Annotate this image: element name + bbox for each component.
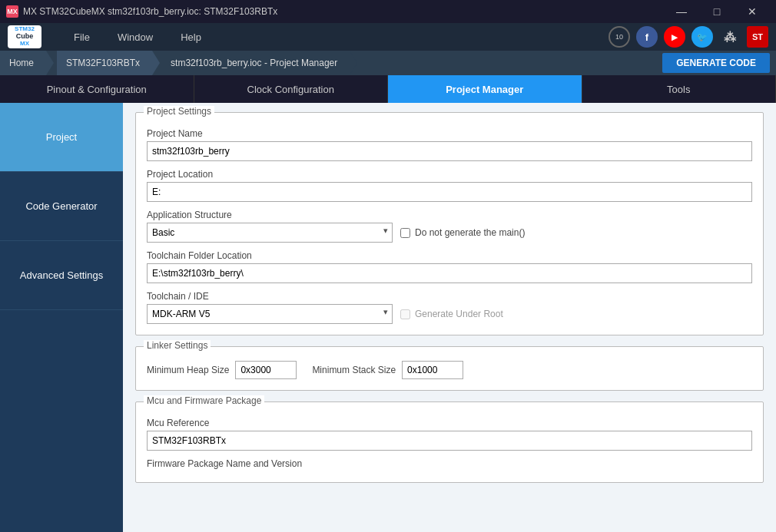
project-settings-section: Project Settings Project Name Project Lo… [135,112,764,335]
toolchain-folder-label: Toolchain Folder Location [147,250,752,261]
sidebar-item-advanced-settings[interactable]: Advanced Settings [0,241,123,310]
youtube-icon[interactable]: ▶ [664,26,685,48]
stack-size-field: Minimum Stack Size [312,361,463,379]
mcu-firmware-section: Mcu and Firmware Package Mcu Reference F… [135,401,764,483]
do-not-generate-label: Do not generate the main() [415,227,525,238]
app-structure-label: Application Structure [147,210,752,220]
tab-pinout[interactable]: Pinout & Configuration [0,75,194,103]
generate-under-root-row: Generate Under Root [400,309,503,319]
stack-size-label: Minimum Stack Size [312,365,396,375]
window-title: MX STM32CubeMX stm32f103rb_berry.ioc: ST… [23,6,664,17]
do-not-generate-checkbox[interactable] [400,228,410,238]
main-layout: Project Code Generator Advanced Settings… [0,103,776,532]
app-logo: STM32 Cube MX [8,25,46,48]
window-controls: — □ ✕ [664,0,770,23]
network-icon[interactable]: ⁂ [719,26,741,48]
menu-window[interactable]: Window [105,28,165,46]
project-name-input[interactable] [147,141,752,161]
menu-help[interactable]: Help [168,28,214,46]
tab-tools[interactable]: Tools [582,75,777,103]
generate-under-root-label: Generate Under Root [415,309,503,319]
title-bar: MX MX STM32CubeMX stm32f103rb_berry.ioc:… [0,0,776,23]
breadcrumb-project[interactable]: stm32f103rb_berry.ioc - Project Manager [161,51,350,75]
toolchain-label: Toolchain / IDE [147,291,752,302]
heap-size-label: Minimum Heap Size [147,365,229,375]
mcu-ref-label: Mcu Reference [147,418,752,428]
do-not-generate-row: Do not generate the main() [400,227,525,238]
twitter-icon[interactable]: 🐦 [691,26,713,48]
linker-settings-row: Minimum Heap Size Minimum Stack Size [147,361,752,379]
st-logo-icon[interactable]: ST [747,26,768,48]
toolchain-row: MDK-ARM V5 STM32CubeIDE Makefile EWARM G… [147,304,752,324]
stack-size-input[interactable] [402,361,463,379]
breadcrumb-bar: Home STM32F103RBTx stm32f103rb_berry.ioc… [0,51,776,75]
facebook-icon[interactable]: f [636,26,658,48]
menu-bar: STM32 Cube MX File Window Help 10 f ▶ 🐦 … [0,23,776,51]
generate-under-root-checkbox[interactable] [400,309,410,319]
mcu-ref-input[interactable] [147,431,752,451]
breadcrumb-home[interactable]: Home [0,51,46,75]
project-settings-title: Project Settings [144,106,214,117]
close-button[interactable]: ✕ [735,0,770,23]
app-icon: MX [6,5,18,18]
linker-settings-section: Linker Settings Minimum Heap Size Minimu… [135,346,764,391]
app-structure-select[interactable]: Basic Advanced [147,223,393,243]
firmware-package-label: Firmware Package Name and Version [147,458,752,469]
minimize-button[interactable]: — [664,0,699,23]
version-icon: 10 [609,26,630,48]
social-icons: 10 f ▶ 🐦 ⁂ ST [609,26,768,48]
project-location-input[interactable] [147,182,752,202]
generate-code-button[interactable]: GENERATE CODE [662,53,770,73]
mcu-firmware-title: Mcu and Firmware Package [144,395,264,406]
breadcrumb-board[interactable]: STM32F103RBTx [57,51,152,75]
maximize-button[interactable]: □ [699,0,735,23]
toolchain-folder-input[interactable] [147,263,752,283]
tab-clock[interactable]: Clock Configuration [194,75,389,103]
app-structure-select-wrapper: Basic Advanced [147,223,393,243]
tab-project-manager[interactable]: Project Manager [388,75,582,103]
heap-size-input[interactable] [235,361,297,379]
toolchain-select-wrapper: MDK-ARM V5 STM32CubeIDE Makefile EWARM [147,304,393,324]
toolchain-select[interactable]: MDK-ARM V5 STM32CubeIDE Makefile EWARM [147,304,393,324]
menu-file[interactable]: File [61,28,102,46]
sidebar-item-code-generator[interactable]: Code Generator [0,172,123,241]
linker-settings-title: Linker Settings [144,340,211,351]
menu-items: File Window Help [61,28,609,46]
app-structure-row: Basic Advanced Do not generate the main(… [147,223,752,243]
logo-box: STM32 Cube MX [8,25,41,48]
heap-size-field: Minimum Heap Size [147,361,297,379]
tab-bar: Pinout & Configuration Clock Configurati… [0,75,776,103]
content-area: Project Settings Project Name Project Lo… [123,103,776,532]
project-location-label: Project Location [147,169,752,180]
sidebar: Project Code Generator Advanced Settings [0,103,123,532]
project-name-label: Project Name [147,128,752,139]
sidebar-item-project[interactable]: Project [0,103,123,172]
